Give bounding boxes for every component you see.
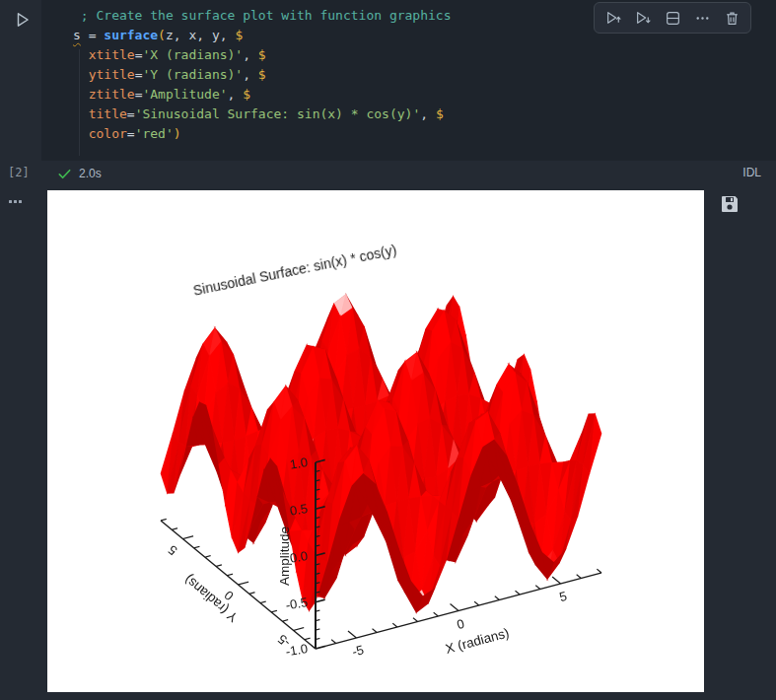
delete-cell-button[interactable] bbox=[719, 5, 744, 31]
play-icon bbox=[14, 11, 32, 32]
notebook-page: ; Create the surface plot with function … bbox=[0, 0, 776, 700]
execution-duration: 2.0s bbox=[79, 167, 102, 180]
execute-above-icon bbox=[605, 10, 622, 27]
success-check-icon bbox=[57, 167, 72, 185]
code-line: xtitle='X (radians)', $ bbox=[73, 45, 452, 65]
code-line: ytitle='Y (radians)', $ bbox=[73, 65, 452, 85]
trash-icon bbox=[724, 10, 741, 27]
save-output-button[interactable] bbox=[717, 192, 742, 218]
execute-below-icon bbox=[635, 10, 652, 27]
execution-count: [2] bbox=[8, 166, 30, 179]
split-cell-button[interactable] bbox=[660, 5, 685, 31]
execute-below-button[interactable] bbox=[630, 5, 656, 31]
surface-plot bbox=[47, 190, 704, 692]
language-picker[interactable]: IDL bbox=[742, 166, 761, 179]
split-cell-icon bbox=[665, 10, 681, 27]
run-cell-button[interactable] bbox=[10, 8, 35, 34]
ellipsis-icon bbox=[694, 10, 711, 27]
output-options-button[interactable] bbox=[9, 196, 27, 206]
code-line: ztitle='Amplitude', $ bbox=[73, 85, 452, 105]
more-actions-button[interactable] bbox=[689, 5, 715, 31]
cell-output: Sinusoidal Surface: sin(x) * cos(y) X (r… bbox=[47, 190, 704, 692]
execute-above-button[interactable] bbox=[600, 5, 626, 31]
save-floppy-icon bbox=[718, 204, 741, 219]
code-line: ; Create the surface plot with function … bbox=[73, 6, 452, 26]
code-line: color='red') bbox=[73, 124, 452, 144]
cell-toolbar bbox=[594, 2, 751, 34]
code-content: ; Create the surface plot with function … bbox=[73, 6, 452, 144]
code-line: title='Sinusoidal Surface: sin(x) * cos(… bbox=[73, 105, 452, 124]
code-line: s = surface(z, x, y, $ bbox=[73, 26, 452, 45]
ellipsis-icon bbox=[9, 200, 12, 203]
